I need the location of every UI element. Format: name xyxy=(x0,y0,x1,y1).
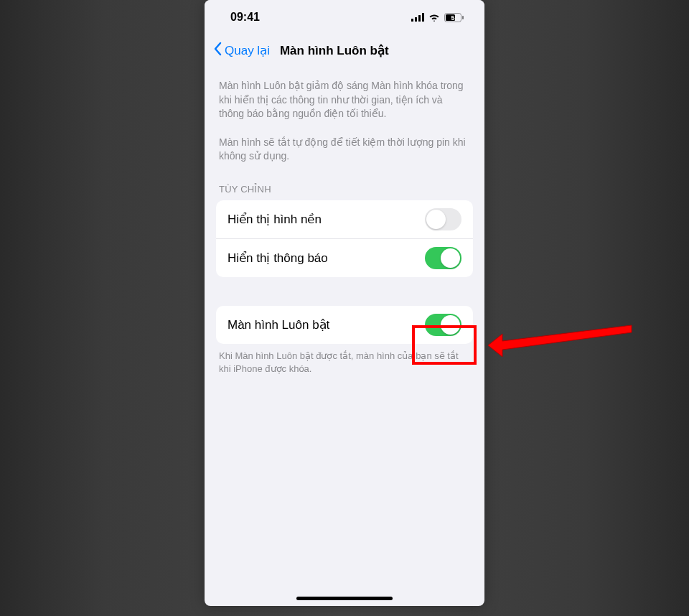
svg-rect-6 xyxy=(462,16,464,19)
customize-group: Hiển thị hình nền Hiển thị thông báo xyxy=(216,200,473,277)
toggle-knob xyxy=(441,248,460,268)
description-paragraph: Màn hình sẽ tắt tự động để tiết kiệm thờ… xyxy=(216,121,473,164)
row-label: Hiển thị hình nền xyxy=(228,212,322,227)
row-label: Màn hình Luôn bật xyxy=(228,317,329,332)
svg-rect-1 xyxy=(415,17,417,22)
back-button[interactable]: Quay lại xyxy=(210,42,273,60)
chevron-left-icon xyxy=(213,42,222,60)
always-on-group: Màn hình Luôn bật xyxy=(216,306,473,344)
navigation-bar: Quay lại Màn hình Luôn bật xyxy=(205,34,484,66)
svg-rect-2 xyxy=(418,15,421,22)
toggle-knob xyxy=(441,315,460,335)
annotation-arrow-icon xyxy=(481,312,639,373)
toggle-show-notifications[interactable] xyxy=(425,247,461,269)
battery-icon: 5 xyxy=(444,13,464,22)
row-show-wallpaper: Hiển thị hình nền xyxy=(216,200,473,238)
cellular-icon xyxy=(411,13,424,22)
svg-rect-0 xyxy=(411,19,413,22)
row-always-on: Màn hình Luôn bật xyxy=(216,306,473,344)
content-area: Màn hình Luôn bật giảm độ sáng Màn hình … xyxy=(205,66,484,606)
svg-text:5: 5 xyxy=(451,14,454,22)
toggle-always-on[interactable] xyxy=(425,314,461,336)
phone-screen: 09:41 5 Quay lại Màn hình Luôn bật Màn h… xyxy=(205,0,484,606)
wifi-icon xyxy=(428,13,440,22)
page-title: Màn hình Luôn bật xyxy=(280,43,389,58)
status-time: 09:41 xyxy=(230,11,260,24)
svg-rect-3 xyxy=(422,13,424,22)
toggle-show-wallpaper[interactable] xyxy=(425,208,461,230)
footer-description: Khi Màn hình Luôn bật được tắt, màn hình… xyxy=(216,344,473,375)
section-header: TÙY CHỈNH xyxy=(216,164,473,200)
back-label: Quay lại xyxy=(225,43,270,58)
row-label: Hiển thị thông báo xyxy=(228,251,328,266)
description-paragraph: Màn hình Luôn bật giảm độ sáng Màn hình … xyxy=(216,66,473,121)
status-icons: 5 xyxy=(411,13,464,22)
row-show-notifications: Hiển thị thông báo xyxy=(216,238,473,277)
status-bar: 09:41 5 xyxy=(205,0,484,34)
home-indicator[interactable] xyxy=(296,597,393,600)
toggle-knob xyxy=(426,210,446,229)
